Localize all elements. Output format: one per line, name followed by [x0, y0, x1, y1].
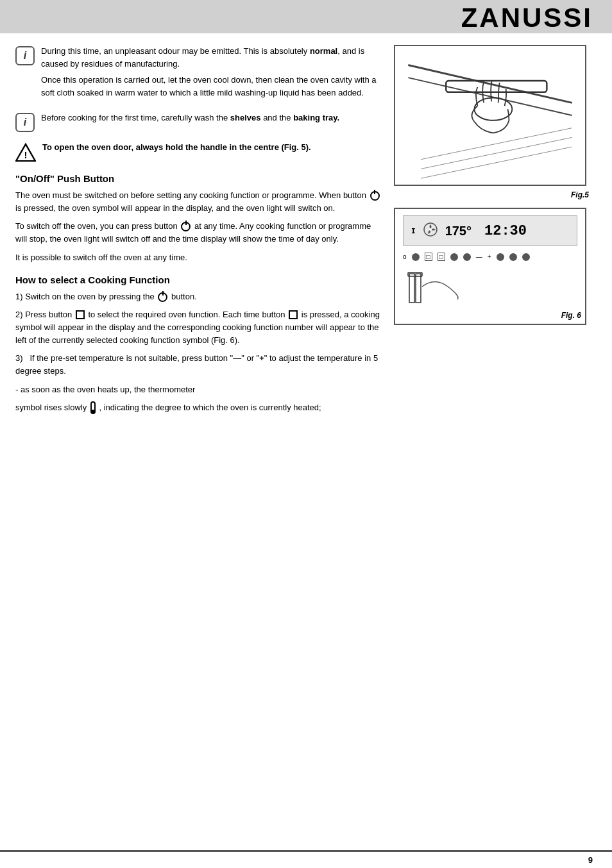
onoff-para2: To switch off the oven, you can press bu…: [15, 220, 381, 246]
info-text-1: During this time, an unpleasant odour ma…: [41, 45, 381, 103]
onoff-heading: "On/Off" Push Button: [15, 173, 381, 184]
ctrl-square-btn: □: [425, 253, 432, 261]
main-content: i During this time, an unpleasant odour …: [0, 33, 612, 431]
svg-rect-13: [408, 272, 422, 276]
warning-icon: !: [15, 142, 36, 163]
warning-block: ! To open the oven door, always hold the…: [15, 141, 381, 163]
svg-rect-12: [416, 274, 421, 303]
fig6-graphic-area: [395, 265, 585, 310]
ctrl-dot-5: [509, 253, 517, 261]
cooking-step3: 3) If the pre-set temperature is not sui…: [15, 352, 381, 378]
power-button-icon-inline-2: [181, 222, 191, 231]
ctrl-plus: +: [488, 253, 491, 260]
info-icon-2: i: [15, 113, 35, 132]
svg-line-8: [421, 147, 572, 178]
svg-point-10: [429, 228, 432, 231]
right-column: Fig.5 I 175° 12:30: [394, 45, 593, 419]
header: ZANUSSI: [0, 0, 612, 33]
svg-point-5: [474, 98, 512, 121]
ctrl-dot-2: [450, 253, 458, 261]
fig6-temp: 175°: [445, 224, 472, 238]
thermometer-icon: [90, 401, 96, 414]
fig6-caption: Fig. 6: [395, 310, 585, 324]
cooking-step1: 1) Switch on the oven by pressing the bu…: [15, 290, 381, 303]
power-button-icon-inline: [370, 191, 380, 201]
svg-rect-11: [409, 274, 414, 303]
svg-text:!: !: [24, 149, 27, 160]
cooking-step2: 2) Press button to select the required o…: [15, 308, 381, 347]
onoff-para1: The oven must be switched on before sett…: [15, 189, 381, 215]
info-icon-1: i: [15, 46, 35, 65]
ctrl-minus: —: [476, 253, 482, 260]
ctrl-dot-6: [522, 253, 530, 261]
fig6-container: I 175° 12:30 o: [394, 208, 586, 325]
ctrl-dot-1: [412, 253, 420, 261]
square-button-icon-1: [76, 310, 85, 319]
bottom-bar: 9: [0, 850, 612, 868]
cooking-heading: How to select a Cooking Function: [15, 274, 381, 285]
cooking-step3c: symbol rises slowly , indicating the deg…: [15, 401, 381, 415]
page-number: 9: [588, 855, 593, 865]
brand-logo: ZANUSSI: [461, 3, 593, 33]
ctrl-dot-3: [463, 253, 471, 261]
fig6-controls-row: o □ □ — +: [395, 250, 585, 265]
fig6-cooking-symbol: [422, 221, 439, 240]
ctrl-label-o: o: [403, 253, 407, 260]
power-button-icon-step1: [158, 292, 167, 302]
onoff-para3: It is possible to switch off the oven at…: [15, 251, 381, 264]
left-column: i During this time, an unpleasant odour …: [15, 45, 381, 419]
square-button-icon-2: [289, 310, 298, 319]
svg-line-7: [421, 137, 572, 169]
ctrl-dot-4: [497, 253, 504, 261]
warning-text: To open the oven door, always hold the h…: [42, 141, 381, 158]
ctrl-square-btn2: □: [438, 253, 445, 261]
cooking-step3b: - as soon as the oven heats up, the ther…: [15, 383, 381, 396]
fig5-caption: Fig.5: [394, 188, 593, 201]
fig6-display: I 175° 12:30: [403, 215, 577, 246]
info-block-1: i During this time, an unpleasant odour …: [15, 45, 381, 103]
fig6-indicator: I: [411, 227, 416, 235]
info-text-2: Before cooking for the first time, caref…: [41, 112, 381, 128]
info-block-2: i Before cooking for the first time, car…: [15, 112, 381, 132]
fig5-image: [394, 45, 586, 186]
fig6-time: 12:30: [484, 223, 527, 239]
